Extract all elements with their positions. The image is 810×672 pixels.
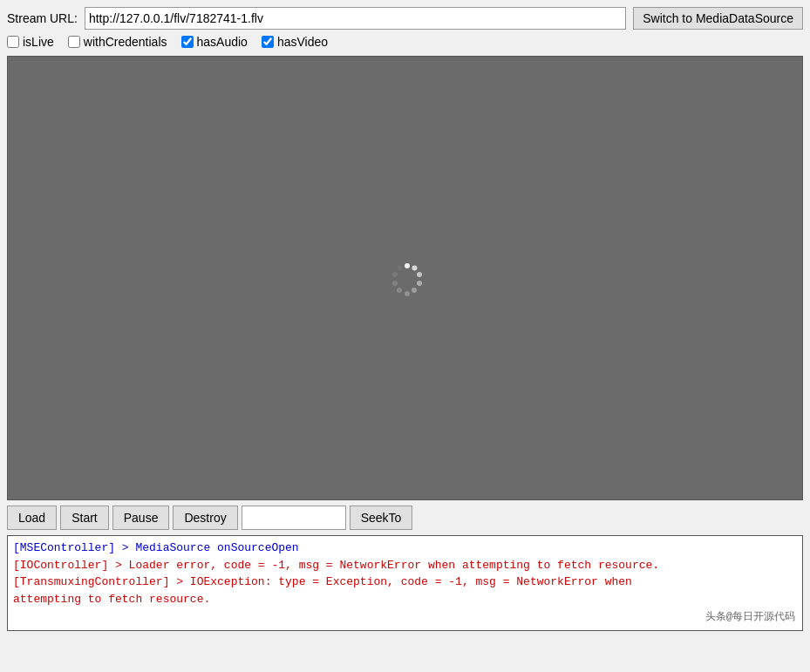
- is-live-label: isLive: [23, 35, 54, 49]
- svg-point-5: [405, 291, 410, 296]
- svg-point-7: [392, 281, 398, 286]
- controls-row: Load Start Pause Destroy SeekTo: [7, 506, 803, 530]
- watermark: 头条@每日开源代码: [705, 609, 795, 625]
- start-button[interactable]: Start: [60, 506, 109, 530]
- pause-button[interactable]: Pause: [112, 506, 170, 530]
- with-credentials-checkbox[interactable]: [68, 36, 80, 48]
- seek-to-button[interactable]: SeekTo: [350, 506, 413, 530]
- stream-url-row: Stream URL: Switch to MediaDataSource: [7, 7, 803, 30]
- is-live-checkbox-item[interactable]: isLive: [7, 35, 54, 49]
- log-line-3: [TransmuxingController] > IOException: t…: [13, 574, 797, 591]
- log-line-2: [IOController] > Loader error, code = -1…: [13, 557, 797, 574]
- svg-point-9: [397, 266, 402, 271]
- with-credentials-label: withCredentials: [84, 35, 167, 49]
- switch-to-mediadatasource-button[interactable]: Switch to MediaDataSource: [633, 7, 803, 30]
- video-area: [7, 56, 803, 500]
- has-video-checkbox-item[interactable]: hasVideo: [262, 35, 328, 49]
- stream-url-label: Stream URL:: [7, 11, 78, 25]
- svg-point-2: [417, 272, 422, 277]
- svg-point-4: [412, 288, 417, 293]
- load-button[interactable]: Load: [7, 506, 57, 530]
- svg-point-8: [392, 272, 398, 277]
- log-area: [MSEController] > MediaSource onSourceOp…: [7, 535, 803, 631]
- has-audio-checkbox[interactable]: [181, 36, 194, 48]
- loading-spinner: [388, 261, 423, 295]
- has-video-checkbox[interactable]: [262, 36, 274, 48]
- stream-url-input[interactable]: [85, 7, 626, 30]
- is-live-checkbox[interactable]: [7, 36, 19, 48]
- app-container: Stream URL: Switch to MediaDataSource is…: [0, 0, 810, 638]
- with-credentials-checkbox-item[interactable]: withCredentials: [68, 35, 167, 49]
- log-line-1: [MSEController] > MediaSource onSourceOp…: [13, 540, 797, 557]
- svg-point-0: [405, 263, 410, 268]
- has-audio-checkbox-item[interactable]: hasAudio: [181, 35, 248, 49]
- spinner-svg: [388, 261, 426, 299]
- checkboxes-row: isLive withCredentials hasAudio hasVideo: [7, 35, 803, 49]
- has-audio-label: hasAudio: [197, 35, 248, 49]
- seek-input[interactable]: [242, 506, 346, 530]
- log-line-4: attempting to fetch resource.: [13, 591, 797, 608]
- destroy-button[interactable]: Destroy: [173, 506, 237, 530]
- svg-point-3: [417, 281, 422, 286]
- has-video-label: hasVideo: [277, 35, 328, 49]
- svg-point-6: [397, 288, 402, 293]
- svg-point-1: [412, 266, 417, 271]
